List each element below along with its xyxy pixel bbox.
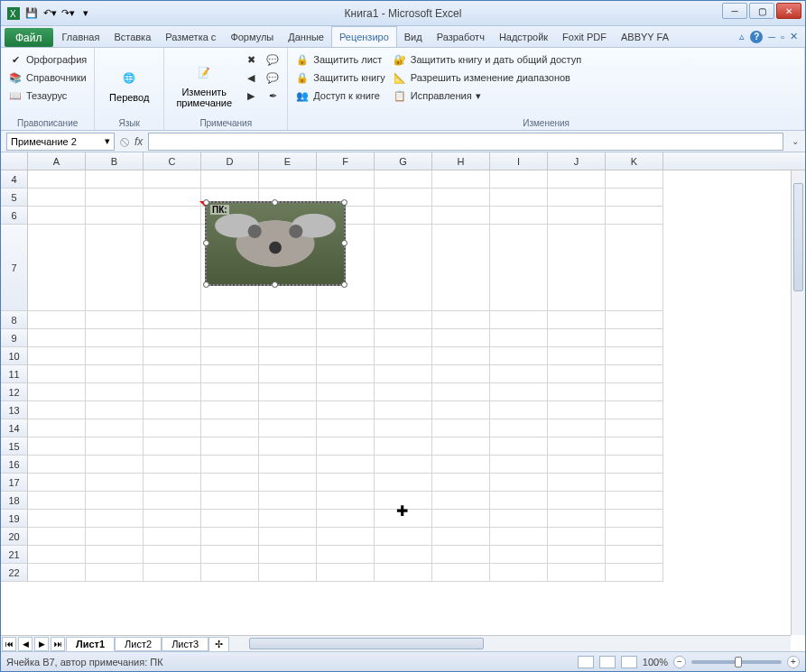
cell[interactable] <box>144 564 201 582</box>
cell[interactable] <box>201 401 259 419</box>
cell[interactable] <box>28 437 86 456</box>
cell[interactable] <box>490 365 548 383</box>
cell[interactable] <box>548 189 606 207</box>
cell[interactable] <box>86 437 144 456</box>
resize-handle[interactable] <box>341 199 347 206</box>
cell[interactable] <box>375 456 432 474</box>
scroll-thumb[interactable] <box>793 183 803 291</box>
col-header[interactable]: G <box>375 152 432 170</box>
cell[interactable] <box>548 419 606 437</box>
col-header[interactable]: C <box>144 152 201 170</box>
cell[interactable] <box>432 311 490 329</box>
cell[interactable] <box>28 492 86 510</box>
minimize-button[interactable]: ─ <box>722 3 747 19</box>
cell[interactable] <box>606 225 663 311</box>
cell[interactable] <box>375 329 432 347</box>
cell[interactable] <box>28 474 86 492</box>
cell[interactable] <box>317 365 375 383</box>
cell[interactable] <box>317 437 375 456</box>
undo-icon[interactable]: ↶▾ <box>42 6 57 21</box>
doc-restore-icon[interactable]: ▫ <box>781 32 784 42</box>
cell[interactable] <box>259 170 317 189</box>
cell[interactable] <box>28 170 86 189</box>
cell[interactable] <box>548 383 606 401</box>
cell[interactable] <box>144 492 201 510</box>
tab-pagelayout[interactable]: Разметка с <box>158 26 223 47</box>
cell[interactable] <box>375 474 432 492</box>
formula-input[interactable] <box>148 133 783 151</box>
cell[interactable] <box>432 419 490 437</box>
cell[interactable] <box>144 510 201 528</box>
cell[interactable] <box>548 510 606 528</box>
cell[interactable] <box>86 528 144 546</box>
zoom-out-button[interactable]: − <box>673 656 686 668</box>
resize-handle[interactable] <box>341 281 347 288</box>
fbar-cancel-icon[interactable]: ⦸ <box>120 133 129 150</box>
cell[interactable] <box>86 170 144 189</box>
row-header[interactable]: 20 <box>1 528 28 546</box>
cell[interactable] <box>490 546 548 564</box>
cell[interactable] <box>606 189 663 207</box>
zoom-thumb[interactable] <box>735 657 742 667</box>
cell[interactable] <box>490 225 548 311</box>
cell[interactable] <box>375 437 432 456</box>
cell[interactable] <box>201 329 259 347</box>
maximize-button[interactable]: ▢ <box>749 3 774 19</box>
cell[interactable] <box>28 311 86 329</box>
cell[interactable] <box>144 528 201 546</box>
cell[interactable] <box>259 510 317 528</box>
cell[interactable] <box>548 347 606 365</box>
cell[interactable] <box>259 311 317 329</box>
cell[interactable] <box>144 189 201 207</box>
scroll-thumb[interactable] <box>249 638 484 649</box>
cell[interactable] <box>432 564 490 582</box>
delete-comment-button[interactable]: ✖ <box>242 51 260 68</box>
cell[interactable] <box>86 329 144 347</box>
cell[interactable] <box>201 311 259 329</box>
cell[interactable] <box>606 311 663 329</box>
view-normal-button[interactable] <box>578 656 594 668</box>
sheet-tab[interactable]: Лист1 <box>66 637 115 651</box>
cell[interactable] <box>606 456 663 474</box>
cell[interactable] <box>86 546 144 564</box>
col-header[interactable]: I <box>490 152 548 170</box>
cell[interactable] <box>28 564 86 582</box>
grid-rows[interactable]: 45678910111213141516171819202122 <box>1 170 791 635</box>
cell[interactable] <box>317 492 375 510</box>
row-header[interactable]: 11 <box>1 365 28 383</box>
cell[interactable] <box>548 492 606 510</box>
cell[interactable] <box>606 510 663 528</box>
cell[interactable] <box>259 546 317 564</box>
cell[interactable] <box>317 347 375 365</box>
cell[interactable] <box>28 546 86 564</box>
tab-foxit[interactable]: Foxit PDF <box>555 26 614 47</box>
sheet-tab[interactable]: Лист2 <box>115 637 162 651</box>
col-header[interactable]: A <box>28 152 86 170</box>
cell[interactable] <box>490 347 548 365</box>
cell[interactable] <box>259 474 317 492</box>
cell[interactable] <box>28 528 86 546</box>
cell[interactable] <box>259 419 317 437</box>
cell[interactable] <box>144 474 201 492</box>
fx-label[interactable]: fx <box>134 135 143 148</box>
cell[interactable] <box>490 189 548 207</box>
cell[interactable] <box>201 564 259 582</box>
resize-handle[interactable] <box>341 240 347 246</box>
cell[interactable] <box>375 170 432 189</box>
cell[interactable] <box>432 383 490 401</box>
vertical-scrollbar[interactable] <box>791 170 805 635</box>
cell[interactable] <box>432 225 490 311</box>
cell[interactable] <box>317 170 375 189</box>
col-header[interactable]: J <box>548 152 606 170</box>
cell[interactable] <box>375 419 432 437</box>
cell[interactable] <box>86 365 144 383</box>
cell[interactable] <box>606 207 663 225</box>
cell[interactable] <box>317 401 375 419</box>
cell[interactable] <box>548 437 606 456</box>
tab-review[interactable]: Рецензиро <box>331 26 397 47</box>
cell[interactable] <box>144 383 201 401</box>
row-header[interactable]: 8 <box>1 311 28 329</box>
resize-handle[interactable] <box>203 199 209 206</box>
tab-addins[interactable]: Надстройк <box>492 26 555 47</box>
row-header[interactable]: 9 <box>1 329 28 347</box>
